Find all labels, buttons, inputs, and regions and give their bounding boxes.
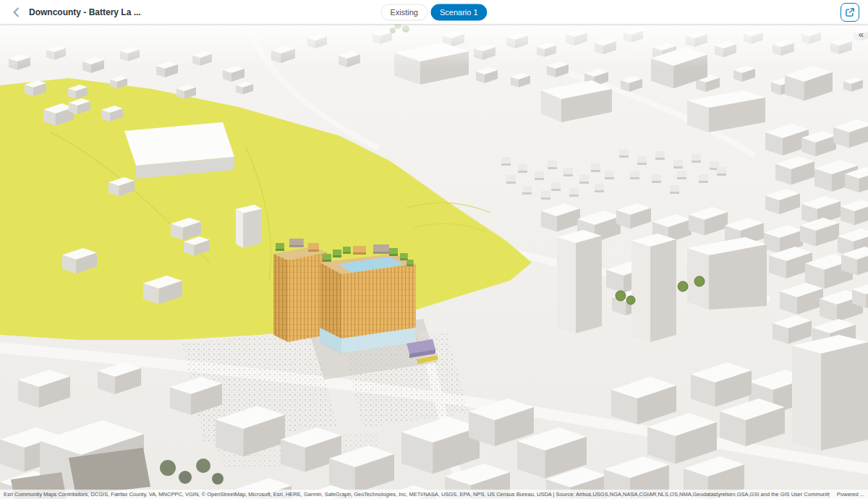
toggle-existing[interactable]: Existing <box>380 4 427 20</box>
powered-by-text: Powered ... <box>837 491 864 498</box>
export-icon <box>845 7 855 17</box>
scene <box>0 24 868 499</box>
export-button[interactable] <box>841 3 859 22</box>
land-use-zone <box>0 78 532 340</box>
map-3d-view[interactable]: « Esri Community Maps Contributors, DCGI… <box>0 24 868 499</box>
back-button[interactable] <box>9 5 23 20</box>
chevron-left-icon <box>12 7 20 17</box>
toggle-scenario-1[interactable]: Scenario 1 <box>430 4 488 20</box>
attribution-text: Esri Community Maps Contributors, DCGIS,… <box>4 491 830 498</box>
attribution-bar: Esri Community Maps Contributors, DCGIS,… <box>0 490 868 499</box>
panel-collapse-button[interactable]: « <box>859 30 864 39</box>
top-bar: Downcounty - Battery La ... Existing Sce… <box>0 0 868 24</box>
horizon-haze <box>0 24 868 67</box>
scenario-toggle: Existing Scenario 1 <box>380 4 487 20</box>
page-title: Downcounty - Battery La ... <box>29 7 141 17</box>
